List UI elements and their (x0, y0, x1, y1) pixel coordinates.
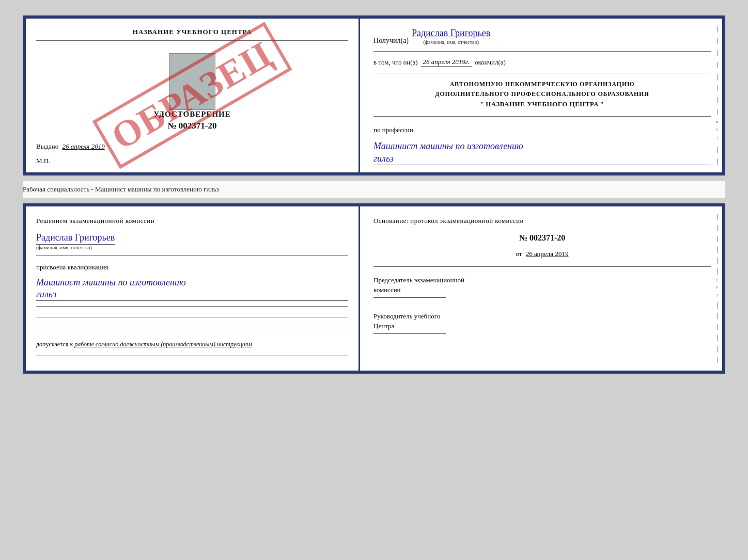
osnovanie-title: Основание: протокол экзаменационной коми… (373, 216, 711, 226)
professiya-name: Машинист машины по изготовлению гильз (373, 140, 711, 165)
udostoverenie-number: № 002371-20 (36, 121, 348, 131)
poluchil-line: Получил(а) Радислав Григорьев (фамилия, … (373, 28, 711, 45)
vtom-date: 26 апреля 2019г. (421, 58, 472, 67)
fio-subtitle-upper: (фамилия, имя, отчество) (423, 39, 479, 45)
upper-right-panel: Получил(а) Радислав Григорьев (фамилия, … (360, 19, 722, 172)
udostoverenie-block: УДОСТОВЕРЕНИЕ № 002371-20 (36, 49, 348, 131)
lower-name: Радислав Григорьев (36, 232, 115, 245)
vydano-line: Выдано 26 апреля 2019 (36, 142, 105, 150)
specialty-line: Рабочая специальность - Машинист машины … (23, 181, 725, 198)
photo-area (169, 53, 215, 110)
lower-qualification: Машинист машины по изготовлению гильз (36, 277, 348, 301)
prisvoena-label: присвоена квалификация (36, 263, 348, 271)
lower-left-panel: Решением экзаменационной комиссии Радисл… (26, 206, 360, 371)
rukovoditel-block: Руководитель учебного Центра (373, 311, 711, 336)
predsedatel-block: Председатель экзаменационной комиссии (373, 275, 711, 300)
protokol-number: № 002371-20 (373, 233, 711, 243)
org-block: АВТОНОМНУЮ НЕКОММЕРЧЕСКУЮ ОРГАНИЗАЦИЮ ДО… (373, 79, 711, 110)
dopuskaetsya-label: допускается к работе согласно должностны… (36, 341, 348, 348)
udostoverenie-title: УДОСТОВЕРЕНИЕ (36, 110, 348, 119)
lower-right-panel: Основание: протокол экзаменационной коми… (360, 206, 722, 371)
recipient-name: Радислав Григорьев (412, 28, 490, 39)
resheniem-title: Решением экзаменационной комиссии (36, 216, 348, 226)
upper-center-name: НАЗВАНИЕ УЧЕБНОГО ЦЕНТРА (36, 28, 348, 41)
upper-certificate: НАЗВАНИЕ УЧЕБНОГО ЦЕНТРА УДОСТОВЕРЕНИЕ №… (23, 15, 725, 175)
upper-left-panel: НАЗВАНИЕ УЧЕБНОГО ЦЕНТРА УДОСТОВЕРЕНИЕ №… (26, 19, 360, 172)
lower-fio-subtitle: (фамилия, имя, отчество) (36, 245, 92, 250)
ot-date: от 26 апреля 2019 (373, 250, 711, 258)
lower-side-decorative-lines: и а ← (713, 206, 722, 371)
predsedatel-signature-line (373, 297, 446, 298)
vtom-line: в том, что он(а) 26 апреля 2019г. окончи… (373, 58, 711, 67)
rukovoditel-signature-line (373, 333, 446, 334)
document-wrapper: НАЗВАНИЕ УЧЕБНОГО ЦЕНТРА УДОСТОВЕРЕНИЕ №… (23, 15, 725, 374)
lower-certificate: Решением экзаменационной комиссии Радисл… (23, 203, 725, 374)
side-decorative-lines: и а ← (713, 19, 722, 172)
po-professii-label: по профессии (373, 126, 711, 134)
mp-line: М.П. (36, 157, 348, 165)
